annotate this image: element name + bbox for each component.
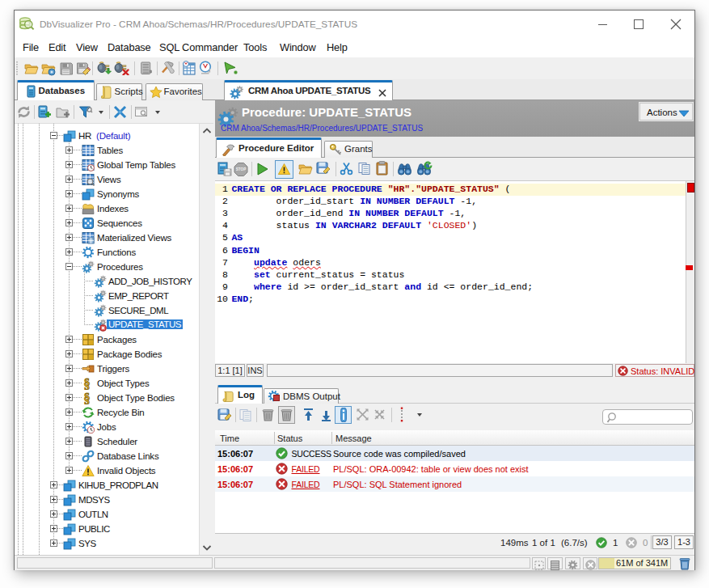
svg-text:STOP: STOP: [236, 167, 246, 171]
